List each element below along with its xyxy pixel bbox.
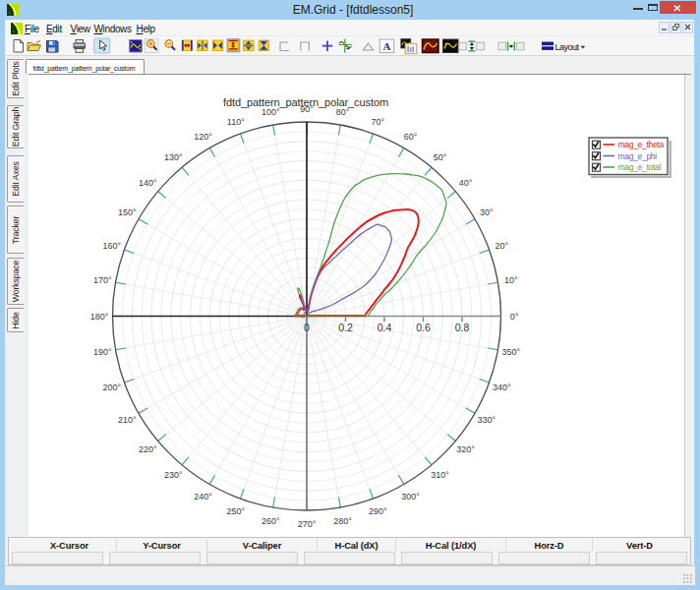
svg-text:190°: 190° xyxy=(93,347,112,357)
svg-text:0°: 0° xyxy=(510,312,519,322)
svg-text:130°: 130° xyxy=(164,152,183,162)
svg-text:340°: 340° xyxy=(493,383,511,392)
svg-text:fdtd_pattern_pattern_polar_cus: fdtd_pattern_pattern_polar_custom xyxy=(223,96,388,108)
svg-text:Layout: Layout xyxy=(555,42,580,52)
svg-text:300°: 300° xyxy=(401,492,420,502)
svg-text:330°: 330° xyxy=(477,415,496,425)
svg-text:230°: 230° xyxy=(164,470,183,480)
svg-text:350°: 350° xyxy=(501,347,520,357)
svg-text:40°: 40° xyxy=(459,178,473,188)
svg-text:10°: 10° xyxy=(504,275,518,285)
svg-text:20°: 20° xyxy=(495,241,508,251)
svg-text:310°: 310° xyxy=(431,470,449,480)
svg-text:A: A xyxy=(382,40,390,52)
svg-text:210°: 210° xyxy=(118,415,137,425)
svg-text:110°: 110° xyxy=(227,117,245,127)
svg-text:0.8: 0.8 xyxy=(455,322,470,333)
svg-text:180°: 180° xyxy=(90,312,109,322)
svg-text:220°: 220° xyxy=(139,444,157,454)
svg-text:0.4: 0.4 xyxy=(378,322,392,333)
svg-text:140°: 140° xyxy=(139,178,157,188)
svg-text:50°: 50° xyxy=(434,152,447,162)
svg-text:240°: 240° xyxy=(194,492,212,502)
svg-text:170°: 170° xyxy=(93,275,112,285)
svg-text:70°: 70° xyxy=(371,117,384,127)
svg-text:250°: 250° xyxy=(226,506,245,516)
svg-text:30°: 30° xyxy=(480,207,494,217)
svg-text:80°: 80° xyxy=(336,107,350,117)
svg-text:150°: 150° xyxy=(118,207,137,217)
svg-text:60°: 60° xyxy=(404,132,418,142)
svg-text:280°: 280° xyxy=(333,516,352,526)
svg-text:0.6: 0.6 xyxy=(416,322,431,333)
svg-text:200°: 200° xyxy=(102,383,121,392)
svg-text:120°: 120° xyxy=(194,132,212,142)
svg-text:mag_e_theta: mag_e_theta xyxy=(618,140,665,149)
svg-text:0: 0 xyxy=(304,322,310,333)
svg-text:290°: 290° xyxy=(369,506,387,516)
svg-text:mag_e_phi: mag_e_phi xyxy=(618,151,658,161)
svg-text:320°: 320° xyxy=(456,444,475,454)
svg-text:160°: 160° xyxy=(102,241,121,251)
svg-text:100°: 100° xyxy=(262,107,280,117)
svg-text:260°: 260° xyxy=(262,516,280,526)
svg-text:0.2: 0.2 xyxy=(338,322,353,333)
svg-text:270°: 270° xyxy=(298,519,317,529)
svg-text:mag_e_total: mag_e_total xyxy=(618,162,662,172)
